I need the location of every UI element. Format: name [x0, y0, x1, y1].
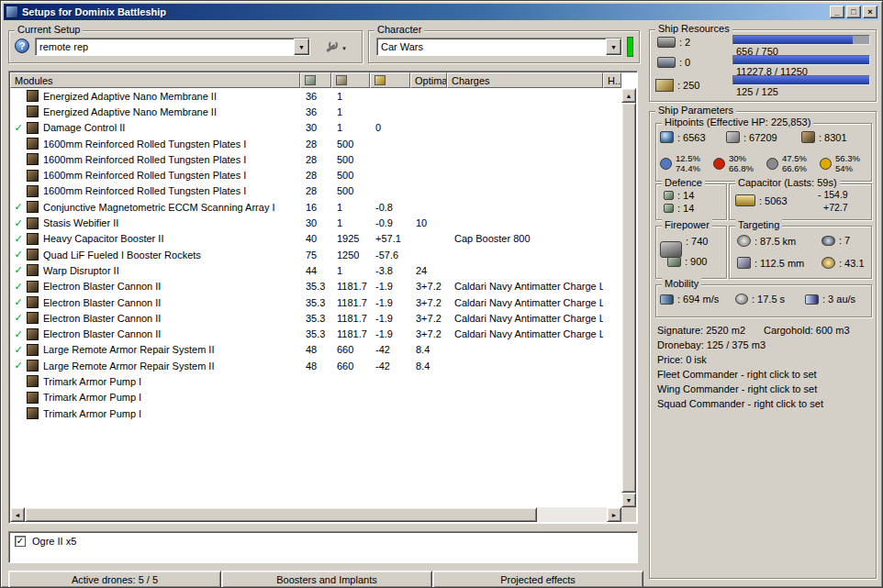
module-name: Warp Disruptor II	[43, 265, 300, 276]
scroll-up-icon[interactable]	[621, 88, 636, 103]
setup-combo-arrow-icon[interactable]	[294, 39, 309, 55]
price-text: Price: 0 isk	[657, 354, 872, 369]
module-cap-value: -0.9	[370, 217, 410, 228]
module-icon	[27, 264, 39, 276]
maximize-button[interactable]: □	[846, 6, 861, 18]
table-row[interactable]: ✓ Large Remote Armor Repair System II 48…	[10, 342, 621, 358]
table-row[interactable]: Trimark Armor Pump I	[10, 405, 621, 421]
column-header-powergrid[interactable]	[331, 72, 370, 88]
column-header-optimal[interactable]: Optimal	[410, 72, 447, 88]
module-cpu-value: 28	[300, 170, 331, 181]
app-icon	[6, 6, 18, 18]
table-row[interactable]: 1600mm Reinforced Rolled Tungsten Plates…	[10, 151, 621, 167]
scroll-right-icon[interactable]	[607, 507, 621, 522]
setup-tools-button[interactable]	[316, 37, 356, 57]
current-setup-label: Current Setup	[15, 24, 83, 36]
armor-hp-value: : 67209	[743, 132, 777, 143]
wrench-icon	[325, 40, 338, 53]
module-optimal-value: 3+7.2	[410, 297, 447, 308]
thermal-resist-bottom: 66.8%	[729, 163, 754, 173]
module-icon	[27, 122, 39, 134]
module-optimal-value: 8.4	[410, 361, 447, 372]
table-row[interactable]: Trimark Armor Pump I	[10, 373, 621, 389]
kinetic-resist-bottom: 66.6%	[782, 163, 807, 173]
table-row[interactable]: ✓ Damage Control II 30 1 0	[10, 120, 621, 136]
scroll-left-icon[interactable]	[10, 507, 25, 522]
ship-resources-group: Ship Resources : 2 : 0 : 250 656 / 750 1…	[649, 29, 877, 102]
drone-checkbox[interactable]	[15, 536, 26, 547]
table-row[interactable]: ✓ Quad LiF Fueled I Booster Rockets 75 1…	[10, 247, 621, 262]
drone-list-item[interactable]: Ogre II x5	[9, 532, 637, 549]
column-header-capacitor[interactable]	[370, 72, 410, 88]
table-row[interactable]: 1600mm Reinforced Rolled Tungsten Plates…	[10, 183, 621, 199]
column-header-cpu[interactable]	[300, 72, 331, 88]
module-name: Electron Blaster Cannon II	[43, 313, 300, 324]
character-combobox[interactable]: Car Wars	[376, 38, 622, 56]
mobility-label: Mobility	[662, 278, 701, 290]
mobility-group: Mobility : 694 m/s : 17.5 s : 3 au/s	[655, 284, 872, 317]
module-name: Large Remote Armor Repair System II	[43, 361, 300, 372]
table-row[interactable]: ✓ Electron Blaster Cannon II 35.3 1181.7…	[10, 279, 621, 294]
wing-commander-text[interactable]: Wing Commander - right click to set	[657, 383, 872, 398]
module-name: Electron Blaster Cannon II	[43, 328, 300, 339]
em-resist-icon	[660, 158, 672, 170]
help-icon[interactable]	[15, 39, 29, 53]
agility-icon	[735, 294, 748, 305]
tab-boosters-implants[interactable]: Boosters and Implants	[221, 571, 432, 588]
close-button[interactable]: ×	[863, 6, 877, 18]
table-row[interactable]: Trimark Armor Pump I	[10, 390, 621, 405]
module-cpu-value: 48	[300, 361, 331, 372]
table-row[interactable]: 1600mm Reinforced Rolled Tungsten Plates…	[10, 136, 621, 151]
fitted-check-icon: ✓	[10, 249, 27, 261]
character-combo-arrow-icon[interactable]	[606, 39, 621, 55]
title-bar[interactable]: Setups for Dominix Battleship _ □ ×	[4, 4, 879, 20]
module-icon	[27, 170, 39, 182]
column-header-charges[interactable]: Charges	[447, 72, 603, 88]
horizontal-scrollbar[interactable]	[10, 507, 621, 522]
module-powergrid-value: 1181.7	[331, 297, 370, 308]
module-powergrid-value: 1181.7	[331, 281, 370, 292]
setup-combobox[interactable]: remote rep	[35, 38, 310, 56]
fitted-check-icon: ✓	[10, 296, 27, 308]
table-row[interactable]: ✓ Electron Blaster Cannon II 35.3 1181.7…	[10, 310, 621, 326]
table-row[interactable]: ✓ Electron Blaster Cannon II 35.3 1181.7…	[10, 294, 621, 310]
table-row[interactable]: Energized Adaptive Nano Membrane II 36 1	[10, 104, 621, 119]
module-cap-value: 0	[370, 122, 410, 133]
table-row[interactable]: ✓ Heavy Capacitor Booster II 40 1925 +57…	[10, 231, 621, 247]
vertical-scroll-thumb[interactable]	[621, 103, 636, 493]
modules-table: Modules Optimal Charges H... Energized A…	[8, 71, 638, 524]
table-row[interactable]: ✓ Conjunctive Magnetometric ECCM Scannin…	[10, 199, 621, 215]
firepower-volley-value: : 900	[685, 256, 707, 267]
module-cap-value: -0.8	[370, 202, 410, 213]
table-row[interactable]: ✓ Electron Blaster Cannon II 35.3 1181.7…	[10, 326, 621, 341]
table-row[interactable]: ✓ Warp Disruptor II 44 1 -3.8 24	[10, 262, 621, 278]
column-header-hardpoints[interactable]: H...	[603, 72, 621, 88]
module-cpu-value: 28	[300, 139, 331, 150]
squad-commander-text[interactable]: Squad Commander - right click to set	[657, 398, 872, 413]
module-cpu-value: 35.3	[300, 313, 331, 324]
firepower-label: Firepower	[662, 219, 712, 231]
ship-resources-label: Ship Resources	[655, 23, 732, 35]
capacitor-label: Capacitor (Lasts: 59s)	[735, 177, 840, 189]
table-row[interactable]: 1600mm Reinforced Rolled Tungsten Plates…	[10, 167, 621, 183]
tab-projected-effects[interactable]: Projected effects	[432, 571, 643, 588]
horizontal-scroll-thumb[interactable]	[25, 507, 537, 522]
tab-active-drones[interactable]: Active drones: 5 / 5	[8, 571, 221, 588]
module-name: Electron Blaster Cannon II	[43, 297, 300, 308]
module-icon	[27, 90, 39, 102]
scroll-down-icon[interactable]	[621, 493, 636, 507]
module-cpu-value: 28	[300, 185, 331, 196]
defence-value-2: : 14	[677, 203, 694, 214]
module-name: Quad LiF Fueled I Booster Rockets	[43, 250, 300, 261]
module-name: 1600mm Reinforced Rolled Tungsten Plates…	[43, 185, 300, 196]
minimize-button[interactable]: _	[830, 6, 844, 18]
table-row[interactable]: Energized Adaptive Nano Membrane II 36 1	[10, 88, 621, 104]
column-header-modules[interactable]: Modules	[10, 72, 300, 88]
cargohold-text: Cargohold: 600 m3	[764, 325, 850, 336]
fleet-commander-text[interactable]: Fleet Commander - right click to set	[657, 369, 872, 383]
table-row[interactable]: ✓ Stasis Webifier II 30 1 -0.9 10	[10, 215, 621, 230]
vertical-scrollbar[interactable]	[621, 88, 636, 507]
module-icon	[27, 312, 39, 324]
table-header: Modules Optimal Charges H...	[10, 72, 621, 88]
table-row[interactable]: ✓ Large Remote Armor Repair System II 48…	[10, 358, 621, 373]
